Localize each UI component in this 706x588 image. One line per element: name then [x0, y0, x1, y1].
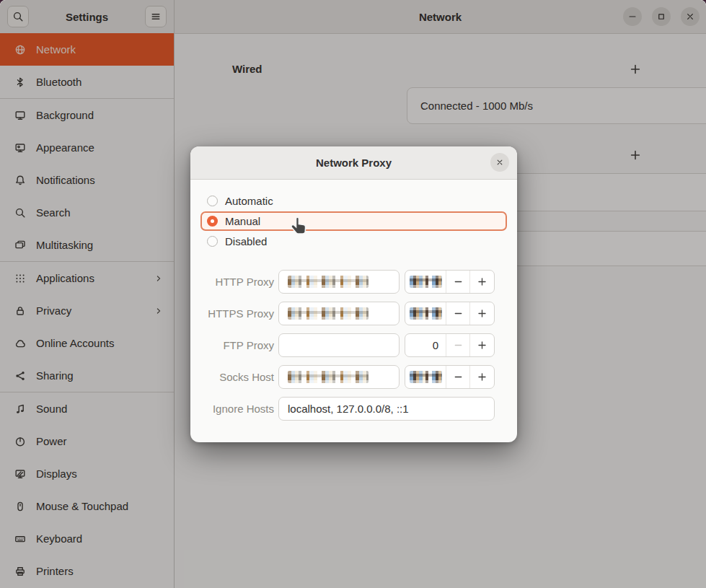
proxy-field-http-proxy: HTTP Proxy	[190, 270, 517, 294]
minus-icon	[453, 340, 464, 351]
proxy-field-ignore-hosts: Ignore Hostslocalhost, 127.0.0.0/8, ::1	[190, 397, 517, 421]
proxy-option-automatic[interactable]: Automatic	[200, 191, 507, 211]
port-decrement-button[interactable]	[446, 271, 470, 293]
port-decrement-button[interactable]	[446, 366, 470, 388]
redacted-port-mosaic	[410, 276, 442, 288]
ftp-proxy-port-spinner: 0	[405, 333, 495, 357]
socks-host-port-spinner	[405, 365, 495, 389]
proxy-option-manual[interactable]: Manual	[200, 211, 507, 231]
minus-icon	[453, 276, 464, 287]
input-value: localhost, 127.0.0.0/8, ::1	[279, 403, 409, 415]
proxy-option-label: Automatic	[225, 195, 273, 207]
http-proxy-input[interactable]	[278, 270, 400, 294]
radio-unselected-icon	[207, 236, 218, 247]
port-value[interactable]	[405, 366, 446, 388]
https-proxy-input[interactable]	[278, 302, 400, 325]
socks-host-input[interactable]	[278, 365, 400, 389]
settings-window: Settings NetworkBluetoothBackgroundAppea…	[0, 0, 706, 588]
dialog-close-button[interactable]	[490, 153, 509, 172]
port-value[interactable]	[405, 302, 446, 325]
field-label: HTTP Proxy	[200, 276, 274, 288]
plus-icon	[477, 308, 487, 319]
proxy-option-label: Manual	[225, 215, 260, 227]
redacted-value-mosaic	[288, 307, 369, 320]
port-decrement-button[interactable]	[446, 334, 470, 356]
redacted-value-mosaic	[288, 276, 369, 288]
proxy-field-https-proxy: HTTPS Proxy	[190, 302, 517, 325]
plus-icon	[477, 276, 487, 287]
network-proxy-dialog: Network Proxy AutomaticManualDisabled HT…	[190, 146, 517, 442]
port-value[interactable]	[405, 271, 446, 293]
https-proxy-port-spinner	[405, 302, 495, 325]
dialog-title: Network Proxy	[316, 157, 392, 169]
redacted-port-mosaic	[410, 371, 442, 383]
radio-unselected-icon	[207, 196, 218, 206]
minus-icon	[453, 372, 464, 382]
field-label: Socks Host	[200, 371, 274, 383]
proxy-fields: HTTP ProxyHTTPS ProxyFTP Proxy0Socks Hos…	[190, 270, 517, 429]
field-label: HTTPS Proxy	[200, 307, 274, 320]
field-label: Ignore Hosts	[200, 403, 274, 415]
proxy-option-disabled[interactable]: Disabled	[200, 232, 507, 251]
port-increment-button[interactable]	[470, 334, 494, 356]
redacted-value-mosaic	[288, 371, 369, 383]
proxy-mode-options: AutomaticManualDisabled	[200, 191, 507, 252]
redacted-port-mosaic	[410, 307, 442, 320]
port-value[interactable]: 0	[405, 334, 446, 356]
port-increment-button[interactable]	[470, 366, 494, 388]
proxy-field-socks-host: Socks Host	[190, 365, 517, 389]
close-icon	[495, 158, 504, 167]
ignore-hosts-input[interactable]: localhost, 127.0.0.0/8, ::1	[278, 397, 495, 421]
plus-icon	[477, 372, 487, 382]
minus-icon	[453, 308, 464, 319]
port-increment-button[interactable]	[470, 302, 494, 325]
radio-selected-icon	[207, 216, 218, 227]
proxy-field-ftp-proxy: FTP Proxy0	[190, 333, 517, 357]
proxy-option-label: Disabled	[225, 235, 267, 247]
http-proxy-port-spinner	[405, 270, 495, 294]
field-label: FTP Proxy	[200, 339, 274, 351]
port-decrement-button[interactable]	[446, 302, 470, 325]
plus-icon	[477, 340, 487, 351]
port-increment-button[interactable]	[470, 271, 494, 293]
ftp-proxy-input[interactable]	[278, 333, 400, 357]
dialog-header: Network Proxy	[190, 146, 517, 180]
